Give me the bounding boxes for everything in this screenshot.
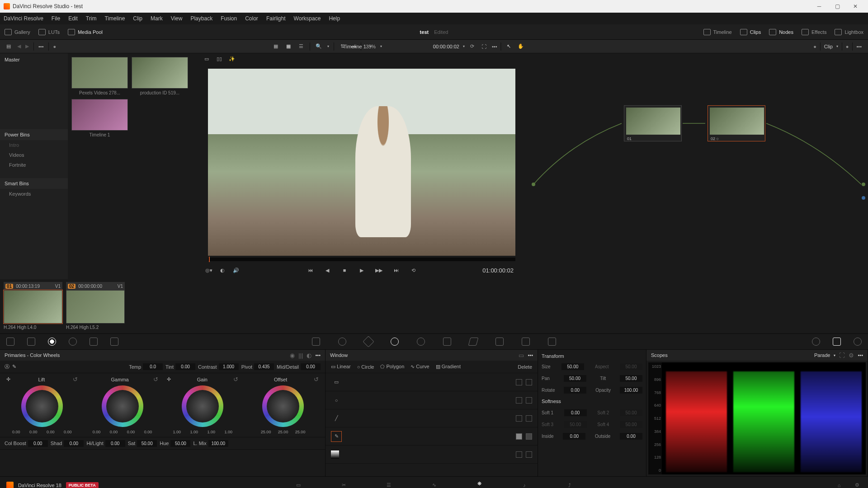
shape-row-line[interactable]: ╱ xyxy=(326,409,538,427)
page-fairlight-icon[interactable]: ♪ xyxy=(520,481,529,488)
gain-reset-icon[interactable]: ↺ xyxy=(233,376,238,383)
hand-icon[interactable]: ✋ xyxy=(517,43,525,50)
size-input[interactable] xyxy=(561,363,584,370)
mute-icon[interactable]: 🔊 xyxy=(232,267,240,273)
wheels-mode3-icon[interactable]: ◐ xyxy=(307,352,311,359)
hue-input[interactable] xyxy=(170,440,190,447)
scopes-mode[interactable]: Parade xyxy=(814,352,830,358)
record-dot-2[interactable]: ● xyxy=(813,44,816,49)
shape-curve-btn[interactable]: ∿ Curve xyxy=(410,364,429,370)
offset-wheel[interactable] xyxy=(262,385,304,427)
motion-icon[interactable] xyxy=(110,338,118,346)
curves-icon[interactable] xyxy=(312,338,320,346)
clip-thumb-01[interactable]: 0100:00:13:19V1 H.264 High L4.0 xyxy=(4,282,62,331)
media-thumb-1[interactable]: Pexels Videos 278... xyxy=(71,57,128,95)
mediapool-toggle[interactable]: Media Pool xyxy=(68,29,103,35)
3d-icon[interactable] xyxy=(548,338,556,346)
goto-end-icon[interactable]: ⏭ xyxy=(392,267,400,273)
timeline-name[interactable]: Timeline 1 xyxy=(343,44,366,49)
loop-toggle-icon[interactable]: ⟲ xyxy=(410,267,417,273)
bin-keywords[interactable]: Keywords xyxy=(0,189,68,199)
menu-edit[interactable]: Edit xyxy=(68,15,78,22)
pivot-input[interactable] xyxy=(254,363,274,370)
auto-balance-icon[interactable]: Ⓐ xyxy=(5,363,9,370)
maximize-button[interactable]: ▢ xyxy=(828,1,846,12)
page-fusion-icon[interactable]: ∿ xyxy=(429,481,439,488)
bin-fortnite[interactable]: Fortnite xyxy=(0,160,68,170)
clip-mode[interactable]: Clip xyxy=(824,44,833,49)
scopes-settings-icon[interactable]: ⚙ xyxy=(849,352,854,359)
viewer-scrubber[interactable] xyxy=(208,258,515,261)
scopes-expand-icon[interactable]: ⛶ xyxy=(839,352,845,359)
record-dot-3[interactable]: ● xyxy=(846,44,849,49)
menu-fusion[interactable]: Fusion xyxy=(221,15,237,22)
sizing-icon[interactable] xyxy=(522,338,530,346)
step-back-icon[interactable]: ◀ xyxy=(324,267,331,273)
goto-start-icon[interactable]: ⏮ xyxy=(307,267,314,273)
power-bins-header[interactable]: Power Bins xyxy=(0,129,68,140)
shape-linear-btn[interactable]: ▭ Linear xyxy=(331,364,351,370)
lightbox-toggle[interactable]: Lightbox xyxy=(835,29,863,35)
outside-input[interactable] xyxy=(620,433,642,440)
tilt-input[interactable] xyxy=(620,375,642,382)
menu-playback[interactable]: Playback xyxy=(190,15,212,22)
menu-file[interactable]: File xyxy=(52,15,60,22)
menu-help[interactable]: Help xyxy=(329,15,340,22)
record-dot[interactable]: ● xyxy=(53,44,57,49)
page-edit-icon[interactable]: ☰ xyxy=(384,481,393,488)
inside-input[interactable] xyxy=(563,433,585,440)
viewer-canvas[interactable] xyxy=(208,69,515,256)
gamma-wheel[interactable] xyxy=(102,385,143,427)
temp-input[interactable] xyxy=(143,363,163,370)
rotate-input[interactable] xyxy=(564,387,586,394)
node-02[interactable]: 02 ○ xyxy=(708,105,765,141)
lift-ywheel-icon[interactable]: ✢ xyxy=(6,376,10,382)
shape-row-circle[interactable]: ○ xyxy=(326,391,538,409)
window-preset-icon[interactable]: ▭ xyxy=(519,352,524,359)
clip-thumb-02[interactable]: 0200:00:00:00V1 H.264 High L5.2 xyxy=(66,282,125,331)
home-icon[interactable]: ⌂ xyxy=(835,481,844,488)
viewer-split-icon[interactable]: ▯▯ xyxy=(215,55,223,62)
keyframe-icon[interactable] xyxy=(812,338,820,346)
loop-icon[interactable]: ⟳ xyxy=(468,43,476,50)
minimize-button[interactable]: ─ xyxy=(810,1,828,12)
menu-mark[interactable]: Mark xyxy=(151,15,163,22)
offset-reset-icon[interactable]: ↺ xyxy=(314,376,319,383)
page-deliver-icon[interactable]: ⤴ xyxy=(565,481,574,488)
effects-toggle[interactable]: Effects xyxy=(802,29,826,35)
hilight-input[interactable] xyxy=(105,440,125,447)
bin-master[interactable]: Master xyxy=(0,53,68,66)
page-cut-icon[interactable]: ✂ xyxy=(339,481,348,488)
color-match-icon[interactable] xyxy=(27,338,35,346)
search-icon[interactable]: 🔍 xyxy=(315,43,323,50)
menu-view[interactable]: View xyxy=(171,15,183,22)
shape-circle-btn[interactable]: ○ Circle xyxy=(357,364,374,370)
smart-bins-header[interactable]: Smart Bins xyxy=(0,178,68,189)
viewer-aspect-icon[interactable]: ◎▾ xyxy=(205,267,212,273)
wheels-mode1-icon[interactable]: ◉ xyxy=(290,352,295,359)
gamma-reset-icon[interactable]: ↺ xyxy=(153,376,158,383)
menu-color[interactable]: Color xyxy=(245,15,258,22)
shape-row-rect[interactable]: ▭ xyxy=(326,373,538,391)
media-thumb-3[interactable]: Timeline 1 xyxy=(71,99,128,137)
warper-icon[interactable] xyxy=(338,338,346,346)
wheels-mode2-icon[interactable]: ||| xyxy=(298,352,303,359)
contrast-input[interactable] xyxy=(219,363,239,370)
hdr-icon[interactable] xyxy=(69,338,77,346)
menu-trim[interactable]: Trim xyxy=(86,15,97,22)
tint-input[interactable] xyxy=(175,363,195,370)
bin-videos[interactable]: Videos xyxy=(0,150,68,160)
menu-clip[interactable]: Clip xyxy=(133,15,142,22)
project-settings-icon[interactable]: ⚙ xyxy=(853,481,862,488)
gain-wheel[interactable] xyxy=(182,385,223,427)
menu-davinci[interactable]: DaVinci Resolve xyxy=(4,15,43,22)
camera-raw-icon[interactable] xyxy=(6,338,14,346)
sat-input[interactable] xyxy=(137,440,157,447)
lift-reset-icon[interactable]: ↺ xyxy=(73,376,78,383)
window-icon[interactable] xyxy=(391,338,399,346)
shape-gradient-btn[interactable]: ▨ Gradient xyxy=(436,364,461,370)
play-icon[interactable]: ▶ xyxy=(358,267,365,273)
colboost-input[interactable] xyxy=(28,440,48,447)
clips-toggle[interactable]: Clips xyxy=(740,29,761,35)
page-color-icon[interactable]: ❋ xyxy=(475,481,484,488)
